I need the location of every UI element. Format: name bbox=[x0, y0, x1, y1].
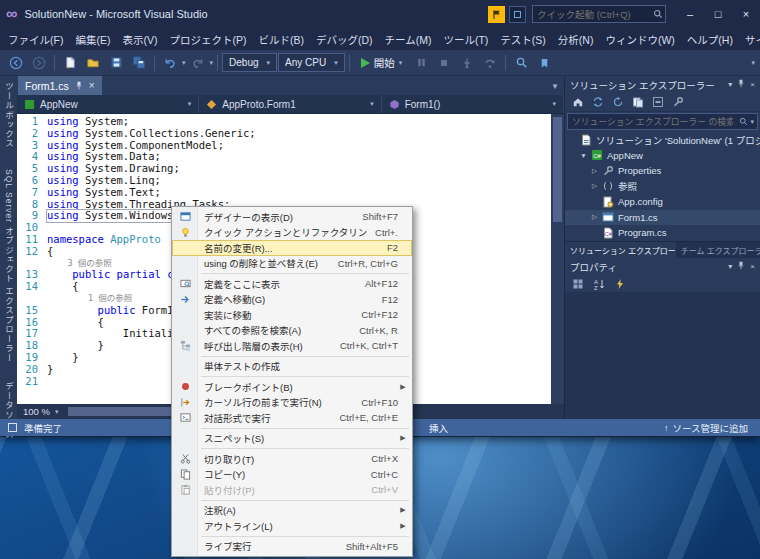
context-menu-item[interactable]: 呼び出し階層の表示(H)Ctrl+K, Ctrl+T bbox=[172, 338, 412, 354]
solution-explorer-header[interactable]: ソリューション エクスプローラー ▾ × bbox=[565, 76, 760, 93]
window-menu-caret-icon[interactable]: ▾ bbox=[728, 80, 732, 89]
tree-item[interactable]: ▷Form1.cs bbox=[565, 210, 760, 226]
sync-with-active-document-button[interactable] bbox=[591, 95, 605, 109]
menu-item[interactable]: ファイル(F) bbox=[2, 28, 69, 50]
context-menu-item[interactable]: アウトライン(L)▶ bbox=[172, 518, 412, 534]
vertical-scrollbar[interactable] bbox=[551, 114, 564, 404]
collapse-all-button[interactable] bbox=[651, 95, 665, 109]
undo-button[interactable] bbox=[159, 53, 181, 73]
type-dropdown[interactable]: AppProto.Form1 ▾ bbox=[199, 95, 381, 113]
undo-caret-icon[interactable]: ▾ bbox=[182, 59, 186, 67]
panel-tab[interactable]: ソリューション エクスプローラー bbox=[565, 242, 676, 258]
open-file-button[interactable] bbox=[82, 53, 104, 73]
context-menu-item[interactable]: 注釈(A)▶ bbox=[172, 503, 412, 519]
context-menu-item[interactable]: 切り取り(T)Ctrl+X bbox=[172, 451, 412, 467]
menu-item[interactable]: チーム(M) bbox=[379, 28, 438, 50]
expand-arrow-icon[interactable]: ▷ bbox=[590, 213, 599, 221]
stop-button[interactable] bbox=[433, 53, 455, 73]
titlebar[interactable]: ∞ SolutionNew - Microsoft Visual Studio … bbox=[0, 0, 760, 28]
redo-caret-icon[interactable]: ▾ bbox=[210, 59, 214, 67]
pin-icon[interactable] bbox=[75, 80, 83, 92]
menu-item[interactable]: プロジェクト(P) bbox=[163, 28, 252, 50]
panel-tab[interactable]: チーム エクスプローラー bbox=[676, 242, 760, 258]
step-over-button[interactable] bbox=[479, 53, 501, 73]
tree-item[interactable]: ▷Properties bbox=[565, 163, 760, 179]
close-button[interactable]: × bbox=[732, 0, 760, 28]
context-menu-item[interactable]: スニペット(S)▶ bbox=[172, 431, 412, 447]
properties-button[interactable] bbox=[671, 95, 685, 109]
quick-launch-input[interactable] bbox=[533, 9, 651, 20]
maximize-button[interactable]: □ bbox=[704, 0, 732, 28]
configuration-dropdown[interactable]: Debug ▾ bbox=[222, 53, 277, 72]
add-to-source-control-button[interactable]: ↑ ソース管理に追加 bbox=[664, 421, 748, 435]
menu-item[interactable]: ツール(T) bbox=[437, 28, 494, 50]
expand-arrow-icon[interactable]: ▷ bbox=[590, 167, 599, 175]
sign-in-button[interactable]: サインイン bbox=[739, 32, 760, 47]
expand-arrow-icon[interactable]: ▼ bbox=[579, 152, 588, 159]
context-menu-item[interactable]: 単体テストの作成 bbox=[172, 359, 412, 375]
tree-item[interactable]: ▷参照 bbox=[565, 179, 760, 195]
tree-item[interactable]: ソリューション 'SolutionNew' (1 プロジェクト) bbox=[565, 132, 760, 148]
save-all-button[interactable] bbox=[128, 53, 150, 73]
vertical-tab[interactable]: SQL Server オブジェクト エクスプローラー bbox=[3, 169, 15, 363]
context-menu-item[interactable]: クイック アクションとリファクタリング...Ctrl+. bbox=[172, 225, 412, 241]
categorized-button[interactable] bbox=[571, 277, 585, 291]
pause-button[interactable] bbox=[410, 53, 432, 73]
pin-icon[interactable] bbox=[737, 261, 745, 272]
menu-item[interactable]: ウィンドウ(W) bbox=[599, 28, 680, 50]
navigate-forward-button[interactable] bbox=[28, 53, 50, 73]
properties-header[interactable]: プロパティ ▾ × bbox=[565, 258, 760, 275]
events-button[interactable] bbox=[613, 277, 627, 291]
close-panel-icon[interactable]: × bbox=[750, 262, 755, 271]
menu-item[interactable]: 編集(E) bbox=[69, 28, 116, 50]
zoom-dropdown[interactable]: 100 % ▾ bbox=[17, 404, 64, 419]
window-menu-caret-icon[interactable]: ▾ bbox=[728, 262, 732, 271]
bookmark-button[interactable] bbox=[533, 53, 555, 73]
redo-button[interactable] bbox=[187, 53, 209, 73]
context-menu-item[interactable]: 定義へ移動(G)F12 bbox=[172, 292, 412, 308]
step-into-button[interactable] bbox=[456, 53, 478, 73]
menu-item[interactable]: ビルド(B) bbox=[252, 28, 310, 50]
show-all-files-button[interactable] bbox=[631, 95, 645, 109]
minimize-button[interactable]: – bbox=[676, 0, 704, 28]
pin-icon[interactable] bbox=[737, 79, 745, 90]
tree-item[interactable]: C#Program.cs bbox=[565, 225, 760, 241]
tree-item[interactable]: ▼C#AppNew bbox=[565, 148, 760, 164]
context-menu-item[interactable]: 対話形式で実行Ctrl+E, Ctrl+E bbox=[172, 410, 412, 426]
find-in-files-button[interactable] bbox=[510, 53, 532, 73]
context-menu-item[interactable]: カーソル行の前まで実行(N)Ctrl+F10 bbox=[172, 395, 412, 411]
context-menu-item[interactable]: ライブ実行Shift+Alt+F5 bbox=[172, 539, 412, 555]
context-menu-item[interactable]: コピー(Y)Ctrl+C bbox=[172, 467, 412, 483]
project-dropdown[interactable]: AppNew ▾ bbox=[17, 95, 199, 113]
start-debug-button[interactable]: 開始 ▾ bbox=[354, 53, 410, 73]
context-menu-item[interactable]: 実装に移動Ctrl+F12 bbox=[172, 307, 412, 323]
expand-arrow-icon[interactable]: ▷ bbox=[590, 182, 599, 190]
alphabetical-sort-button[interactable]: AZ bbox=[592, 277, 606, 291]
scrollbar-thumb[interactable] bbox=[553, 117, 562, 222]
save-button[interactable] bbox=[105, 53, 127, 73]
refresh-button[interactable] bbox=[611, 95, 625, 109]
member-dropdown[interactable]: Form1() ▾ bbox=[382, 95, 564, 113]
menu-item[interactable]: ヘルプ(H) bbox=[681, 28, 739, 50]
context-menu-item[interactable]: using の削除と並べ替え(E)Ctrl+R, Ctrl+G bbox=[172, 256, 412, 272]
menu-item[interactable]: デバッグ(D) bbox=[310, 28, 379, 50]
context-menu-item[interactable]: デザイナーの表示(D)Shift+F7 bbox=[172, 209, 412, 225]
close-panel-icon[interactable]: × bbox=[750, 80, 755, 89]
navigate-back-button[interactable] bbox=[5, 53, 27, 73]
chevron-down-icon[interactable]: ▾ bbox=[750, 118, 754, 126]
context-menu-item[interactable]: すべての参照を検索(A)Ctrl+K, R bbox=[172, 323, 412, 339]
platform-dropdown[interactable]: Any CPU ▾ bbox=[278, 53, 345, 72]
toolbar-options-caret-icon[interactable]: ▾ bbox=[751, 59, 755, 67]
context-menu-item[interactable]: 名前の変更(R)...F2 bbox=[172, 240, 412, 256]
feedback-button[interactable] bbox=[509, 6, 526, 23]
tree-item[interactable]: App.config bbox=[565, 194, 760, 210]
home-button[interactable] bbox=[571, 95, 585, 109]
document-tab[interactable]: Form1.cs × bbox=[18, 76, 102, 95]
new-file-button[interactable] bbox=[59, 53, 81, 73]
solution-search-input[interactable] bbox=[568, 117, 737, 127]
menu-item[interactable]: 分析(N) bbox=[552, 28, 600, 50]
context-menu-item[interactable]: 定義をここに表示Alt+F12 bbox=[172, 276, 412, 292]
open-documents-caret-icon[interactable]: ▼ bbox=[551, 82, 559, 91]
close-tab-icon[interactable]: × bbox=[89, 80, 95, 91]
menu-item[interactable]: 表示(V) bbox=[116, 28, 163, 50]
